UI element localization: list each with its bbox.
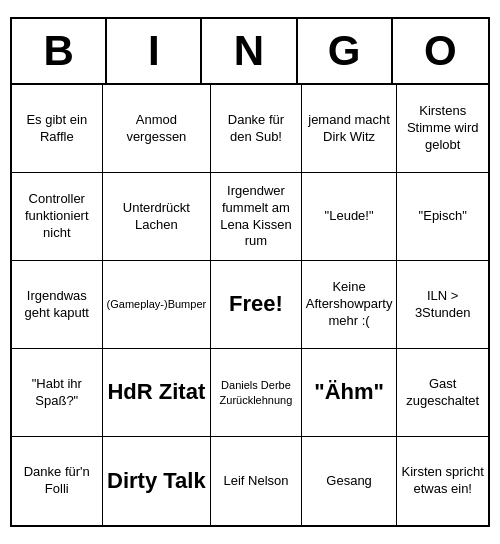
cell-text: Controller funktioniert nicht — [16, 179, 98, 254]
cell-text: jemand macht Dirk Witz — [306, 91, 393, 166]
bingo-cell-r0c3[interactable]: jemand macht Dirk Witz — [302, 85, 398, 173]
bingo-cell-r4c3[interactable]: Gesang — [302, 437, 398, 525]
cell-text: "Habt ihr Spaß?" — [16, 355, 98, 430]
bingo-letter-n: N — [202, 19, 297, 83]
bingo-cell-r1c3[interactable]: "Leude!" — [302, 173, 398, 261]
cell-text: Kirstens Stimme wird gelobt — [401, 91, 484, 166]
cell-text: "Episch" — [401, 179, 484, 254]
cell-text: Irgendwer fummelt am Lena Kissen rum — [215, 179, 297, 254]
cell-text: Unterdrückt Lachen — [107, 179, 207, 254]
cell-text: Dirty Talk — [107, 443, 207, 519]
bingo-cell-r4c4[interactable]: Kirsten spricht etwas ein! — [397, 437, 488, 525]
cell-text: Free! — [215, 267, 297, 342]
cell-text: Danke für'n Folli — [16, 443, 98, 519]
cell-text: Kirsten spricht etwas ein! — [401, 443, 484, 519]
bingo-header: BINGO — [12, 19, 488, 85]
bingo-cell-r1c0[interactable]: Controller funktioniert nicht — [12, 173, 103, 261]
bingo-letter-o: O — [393, 19, 488, 83]
bingo-card: BINGO Es gibt ein RaffleAnmod vergessenD… — [10, 17, 490, 527]
bingo-cell-r3c2[interactable]: Daniels Derbe Zurücklehnung — [211, 349, 302, 437]
bingo-cell-r4c0[interactable]: Danke für'n Folli — [12, 437, 103, 525]
bingo-cell-r4c2[interactable]: Leif Nelson — [211, 437, 302, 525]
cell-text: Anmod vergessen — [107, 91, 207, 166]
cell-text: Gast zugeschaltet — [401, 355, 484, 430]
bingo-cell-r3c0[interactable]: "Habt ihr Spaß?" — [12, 349, 103, 437]
bingo-cell-r1c4[interactable]: "Episch" — [397, 173, 488, 261]
cell-text: Es gibt ein Raffle — [16, 91, 98, 166]
cell-text: Daniels Derbe Zurücklehnung — [215, 355, 297, 430]
bingo-cell-r1c2[interactable]: Irgendwer fummelt am Lena Kissen rum — [211, 173, 302, 261]
bingo-cell-r2c3[interactable]: Keine Aftershowparty mehr :( — [302, 261, 398, 349]
bingo-cell-r0c4[interactable]: Kirstens Stimme wird gelobt — [397, 85, 488, 173]
bingo-cell-r2c4[interactable]: ILN > 3Stunden — [397, 261, 488, 349]
bingo-cell-r3c4[interactable]: Gast zugeschaltet — [397, 349, 488, 437]
cell-text: "Ähm" — [306, 355, 393, 430]
cell-text: Irgendwas geht kaputt — [16, 267, 98, 342]
bingo-letter-g: G — [298, 19, 393, 83]
bingo-cell-r0c0[interactable]: Es gibt ein Raffle — [12, 85, 103, 173]
bingo-cell-r0c2[interactable]: Danke für den Sub! — [211, 85, 302, 173]
bingo-cell-r0c1[interactable]: Anmod vergessen — [103, 85, 212, 173]
cell-text: Gesang — [306, 443, 393, 519]
cell-text: "Leude!" — [306, 179, 393, 254]
cell-text: HdR Zitat — [107, 355, 207, 430]
cell-text: Keine Aftershowparty mehr :( — [306, 267, 393, 342]
bingo-cell-r4c1[interactable]: Dirty Talk — [103, 437, 212, 525]
bingo-cell-r2c0[interactable]: Irgendwas geht kaputt — [12, 261, 103, 349]
bingo-cell-r2c2[interactable]: Free! — [211, 261, 302, 349]
bingo-cell-r3c1[interactable]: HdR Zitat — [103, 349, 212, 437]
bingo-grid: Es gibt ein RaffleAnmod vergessenDanke f… — [12, 85, 488, 525]
bingo-letter-b: B — [12, 19, 107, 83]
cell-text: (Gameplay-)Bumper — [107, 267, 207, 342]
bingo-letter-i: I — [107, 19, 202, 83]
bingo-cell-r3c3[interactable]: "Ähm" — [302, 349, 398, 437]
cell-text: ILN > 3Stunden — [401, 267, 484, 342]
cell-text: Leif Nelson — [215, 443, 297, 519]
cell-text: Danke für den Sub! — [215, 91, 297, 166]
bingo-cell-r2c1[interactable]: (Gameplay-)Bumper — [103, 261, 212, 349]
bingo-cell-r1c1[interactable]: Unterdrückt Lachen — [103, 173, 212, 261]
